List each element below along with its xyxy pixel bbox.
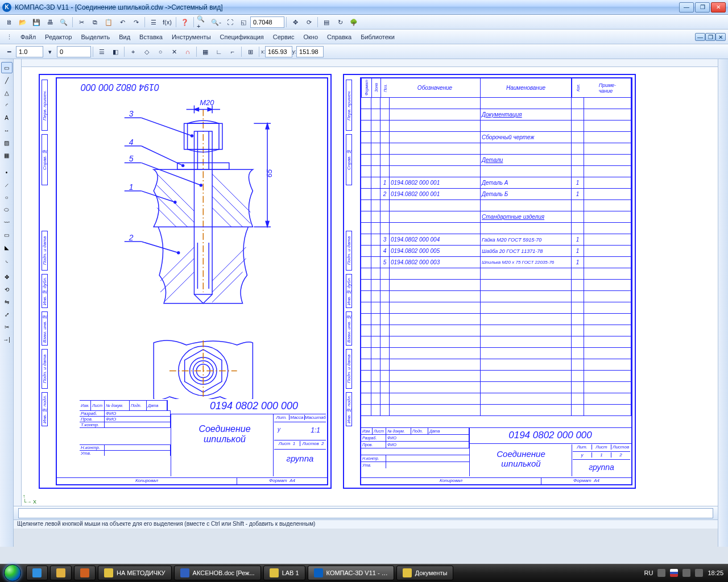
vertical-scrollbar[interactable] [718,59,728,547]
orient-icon[interactable]: ◧ [109,46,122,57]
task-4[interactable]: КОМПАС-3D V11 - … [308,566,394,580]
ortho-icon[interactable]: ∟ [213,46,225,57]
menu-insert[interactable]: Вставка [135,32,167,41]
arc-tool-icon[interactable]: ◜ [1,99,13,111]
new-icon[interactable]: 🗎 [3,16,15,28]
app-menu-icon[interactable]: ⋮ [3,31,15,43]
task-3[interactable]: LAB 1 [263,566,305,580]
spline-tool-icon[interactable]: 〰 [1,217,13,228]
flag-icon[interactable] [670,569,678,577]
maximize-button[interactable]: ❐ [695,2,710,13]
style-dropdown-icon[interactable]: ▾ [44,46,56,57]
help-icon[interactable]: ❓ [179,16,191,28]
menu-spec[interactable]: Спецификация [216,32,268,41]
layers-icon[interactable]: ▤ [320,16,333,28]
tray-icon[interactable] [657,569,665,577]
zoom-in-icon[interactable]: 🔍+ [196,16,209,28]
menu-file[interactable]: Файл [16,32,40,41]
snap-center-icon[interactable]: ○ [154,46,167,57]
close-button[interactable]: ✕ [711,2,726,13]
copy-icon[interactable]: ⧉ [89,16,101,28]
clock[interactable]: 18:25 [708,569,723,576]
zoom-window-icon[interactable]: ⛶ [224,16,236,28]
redo-icon[interactable]: ↷ [130,16,142,28]
poly-tool-icon[interactable]: △ [1,87,13,98]
mdi-close-button[interactable]: ✕ [715,33,726,41]
trim-tool-icon[interactable]: ✂ [1,321,13,332]
menu-window[interactable]: Окно [299,32,322,41]
line-width-combo[interactable] [16,46,43,57]
tree-icon[interactable]: 🌳 [348,16,360,28]
line-tool-icon[interactable]: ╱ [1,74,13,86]
view-filter-icon[interactable]: ☰ [96,46,108,57]
volume-icon[interactable] [695,569,703,577]
extend-tool-icon[interactable]: →| [1,334,13,345]
mdi-restore-button[interactable]: ❐ [705,33,715,41]
rotate-tool-icon[interactable]: ⟲ [1,284,13,295]
zoom-out-icon[interactable]: 🔍- [210,16,222,28]
mdi-minimize-button[interactable]: ― [695,33,705,41]
menu-help[interactable]: Справка [322,32,356,41]
menu-libs[interactable]: Библиотеки [356,32,399,41]
language-indicator[interactable]: RU [644,569,653,576]
zoom-combo[interactable] [250,16,284,28]
pan-icon[interactable]: ✥ [289,16,301,28]
ellipse-tool-icon[interactable]: ⬭ [1,204,13,215]
circle-tool-icon[interactable]: ○ [1,192,13,203]
quick-launch-1[interactable] [26,566,48,580]
mirror-tool-icon[interactable]: ⇋ [1,296,13,307]
properties-icon[interactable]: ☰ [147,16,160,28]
drawing-canvas[interactable]: Перв. примен. Справ. № Подп. и дата Инв.… [14,59,718,506]
dim-tool-icon[interactable]: ↔ [1,124,13,136]
text-tool-icon[interactable]: A [1,112,13,123]
open-icon[interactable]: 📂 [16,16,29,28]
menu-tools[interactable]: Инструменты [167,32,216,41]
hatch-tool-icon[interactable]: ▨ [1,137,13,148]
aux-line-icon[interactable]: ⟋ [1,179,13,190]
app-icon: K [2,3,11,12]
cut-icon[interactable]: ✂ [75,16,88,28]
point-tool-icon[interactable]: • [1,167,13,178]
select-tool-icon[interactable]: ▭ [1,62,13,73]
chamfer-tool-icon[interactable]: ◣ [1,242,13,253]
menu-service[interactable]: Сервис [268,32,299,41]
print-icon[interactable]: 🖶 [44,16,56,28]
save-icon[interactable]: 💾 [30,16,43,28]
snap-end-icon[interactable]: ⌖ [127,46,139,57]
command-input[interactable] [18,508,713,518]
zoom-fit-icon[interactable]: ◱ [237,16,250,28]
task-2[interactable]: АКСЕНОВ.doc [Реж... [174,566,261,580]
network-icon[interactable] [682,569,690,577]
undo-icon[interactable]: ↶ [116,16,129,28]
task-1[interactable]: НА МЕТОДИЧКУ [98,566,172,580]
refresh-icon[interactable]: ↻ [334,16,346,28]
menu-editor[interactable]: Редактор [40,32,76,41]
menu-select[interactable]: Выделить [76,32,114,41]
grid-icon[interactable]: ▦ [199,46,212,57]
line-style-icon[interactable]: ━ [3,46,15,57]
layer-combo[interactable] [57,46,91,57]
menu-view[interactable]: Вид [114,32,135,41]
minimize-button[interactable]: ― [679,2,694,13]
rect-tool-icon[interactable]: ▭ [1,229,13,240]
system-tray[interactable]: RU 18:25 [640,569,728,577]
fillet-tool-icon[interactable]: ◟ [1,254,13,265]
quick-launch-3[interactable] [74,566,96,580]
scale-tool-icon[interactable]: ⤢ [1,309,13,320]
coord-y-input[interactable] [296,46,324,57]
paste-icon[interactable]: 📋 [102,16,115,28]
snap-intersect-icon[interactable]: ✕ [168,46,180,57]
quick-launch-2[interactable] [50,566,72,580]
start-button[interactable] [0,564,25,582]
round-icon[interactable]: ⌐ [226,46,239,57]
redraw-icon[interactable]: ⟳ [303,16,315,28]
snap-mid-icon[interactable]: ◇ [140,46,153,57]
task-5[interactable]: Документы [396,566,454,580]
magnet-icon[interactable]: ∩ [181,46,194,57]
local-cs-icon[interactable]: ⊞ [244,46,257,57]
move-tool-icon[interactable]: ✥ [1,271,13,282]
preview-icon[interactable]: 🔍 [57,16,70,28]
coord-x-input[interactable] [265,46,292,57]
table-tool-icon[interactable]: ▦ [1,149,13,161]
variables-icon[interactable]: f(x) [161,16,173,28]
